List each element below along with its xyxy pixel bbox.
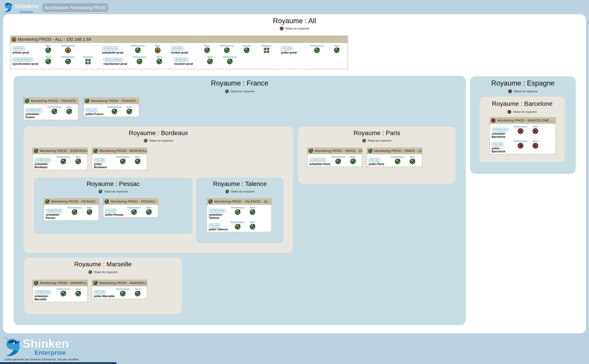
component-poller-Bordeaux: POLLERpoller-BordeauxPerformanceAlive [94, 156, 145, 169]
check-label: Database [83, 56, 93, 58]
check-label: Performance [68, 206, 81, 209]
host-card-talence[interactable]: Monitoring PROD - TALENCE - 10...SCHEDUL… [207, 198, 272, 232]
host-title: Monitoring PROD - PESSAC - 10.0... [51, 199, 99, 203]
check-database: Database [78, 56, 98, 64]
status-ok-icon [25, 99, 29, 103]
status-ok-quad-icon [85, 58, 91, 64]
host-title: Monitoring PROD - MARSEILLE - ... [40, 281, 88, 285]
check-database: Database [256, 44, 276, 53]
host-card-marseille-1[interactable]: Monitoring PROD - MARSEILLE - ...SCHEDUL… [32, 280, 88, 302]
host-card-paris-2[interactable]: Monitoring PROD - PARIS - 10.0.2.2POLLER… [366, 147, 422, 167]
component-type-badge: POLLER [94, 290, 105, 294]
check-alive: Alive [130, 156, 145, 164]
check-label: Performance [116, 156, 130, 158]
host-card-pessac-2[interactable]: Monitoring PROD - PESSAC - 10.0...POLLER… [103, 198, 158, 218]
check-label: Performance [57, 288, 70, 290]
check-performance: Performance [56, 288, 71, 296]
host-title: Monitoring PROD - PARIS - 10.0.2.1 [315, 149, 362, 153]
component-name: reactionner-prod [104, 62, 127, 65]
host-card-monitoring-prod-all[interactable]: Monitoring PROD - ALL - 192.168.1.59ARBI… [10, 36, 348, 69]
check-alive: Alive [197, 44, 217, 53]
host-card-paris-1[interactable]: Monitoring PROD - PARIS - 10.0.2.1SCHEDU… [307, 147, 362, 167]
status-ok-icon [156, 58, 162, 64]
component-scheduler-Pessac: SCHEDULERscheduler-PessacPerformanceAliv… [46, 206, 97, 220]
check-alive: Alive [122, 106, 137, 114]
check-label: Alive [135, 156, 140, 158]
realm-panel-espagne: Royaume : Espagne Statut du royaume Roya… [470, 76, 576, 174]
host-card-header: Monitoring PROD - FRANCE - 10.... [23, 98, 79, 104]
status-ok-icon [45, 58, 51, 64]
component-type-badge: POLLER [94, 158, 105, 162]
realm-status-pessac: Statut du royaume [34, 189, 193, 193]
component-name: scheduler-Marseille [34, 295, 56, 301]
component-type-badge: SCHEDULER [309, 158, 326, 162]
check-alive: Alive [141, 206, 156, 215]
component-name: scheduler-France [26, 113, 47, 119]
status-ok-icon [362, 139, 366, 143]
component-scheduler-Talence: SCHEDULERscheduler-TalencePerformanceAli… [209, 206, 260, 220]
host-card-bordeaux-1[interactable]: Monitoring PROD - BORDEAUX - ...SCHEDULE… [32, 147, 88, 170]
check-performance: Performance [58, 56, 78, 64]
check-label: Performance [220, 44, 234, 47]
component-type-badge: POLLER [492, 143, 503, 146]
status-critical-icon [507, 110, 511, 114]
check-performance: Performance [130, 56, 149, 64]
realm-status-france: Statut du royaume [13, 89, 466, 93]
check-performance: Performance [107, 106, 122, 114]
check-performance: Performance [220, 56, 240, 64]
status-ok-icon [105, 199, 109, 204]
host-card-france-2[interactable]: Monitoring PROD - FRANCE - 10....POLLERp… [83, 98, 139, 117]
component-type-badge: RECEIVER [174, 58, 188, 62]
host-card-marseille-2[interactable]: Monitoring PROD - MARSEILLE - ...POLLERp… [92, 280, 147, 299]
realm-panel-talence: Royaume : Talence Statut du royaume Moni… [196, 178, 284, 243]
host-card-body: ARBITERarbiter-prodAlivePerformanceSCHED… [10, 43, 348, 69]
component-name: poller-Marseille [94, 295, 115, 298]
check-label: Alive [46, 44, 51, 47]
component-type-badge: SCHEDULER [34, 158, 51, 162]
host-card-header: Monitoring PROD - PARIS - 10.0.2.1 [307, 147, 362, 154]
host-card-body: SCHEDULERscheduler-TalencePerformanceAli… [207, 205, 272, 232]
check-label: Alive [533, 125, 538, 128]
status-ok-icon [208, 199, 213, 204]
status-ok-icon [126, 109, 132, 114]
check-label: Performance [514, 140, 527, 143]
host-title: Monitoring PROD - TALENCE - 10... [214, 199, 270, 203]
check-label: Performance [231, 221, 244, 224]
check-performance: Performance [513, 140, 528, 149]
realm-title-pessac: Royaume : Pessac [34, 180, 193, 188]
component-poller-Talence: POLLERpoller-TalencePerformanceAlive [209, 221, 260, 231]
app-logo[interactable]: Shinken™ Enterprise [3, 1, 44, 14]
check-alive: Alive [245, 221, 260, 230]
component-name: synchronizer-prod [12, 62, 38, 65]
realm-status-bordeaux: Statut du royaume [24, 139, 293, 143]
check-alive: Alive [71, 156, 85, 164]
status-ok-icon [146, 209, 152, 215]
status-ok-icon [88, 270, 92, 274]
host-card-header: Monitoring PROD - FRANCE - 10.... [83, 98, 139, 104]
status-ok-icon [93, 149, 98, 153]
check-alive: Alive [245, 206, 260, 215]
footer-caption: Carte générée par Shinken Entreprise. Ne… [5, 358, 79, 361]
status-ok-icon [135, 47, 141, 53]
realm-status-barcelone: Statut du royaume [480, 110, 565, 114]
status-ok-icon [75, 158, 81, 164]
host-card-barcelone[interactable]: Monitoring PROD - BARCELONE -...SCHEDULE… [490, 117, 556, 154]
status-ok-icon [45, 199, 50, 204]
host-card-pessac-1[interactable]: Monitoring PROD - PESSAC - 10.0...SCHEDU… [44, 198, 99, 221]
status-ok-icon [65, 58, 71, 64]
status-critical-icon [280, 26, 284, 30]
host-card-header: Monitoring PROD - BARCELONE -... [490, 117, 556, 124]
footer-accent-bar [0, 362, 117, 364]
host-card-france-1[interactable]: Monitoring PROD - FRANCE - 10....SCHEDUL… [23, 98, 79, 120]
component-name: poller-Talence [209, 228, 228, 231]
host-card-bordeaux-2[interactable]: Monitoring PROD - BORDEAUX - ...POLLERpo… [92, 147, 147, 170]
status-ok-icon [75, 291, 81, 296]
component-name: scheduler-Talence [209, 213, 230, 220]
status-ok-icon [350, 158, 356, 164]
component-scheduler-Bordeaux: SCHEDULERscheduler-BordeauxPerformanceAl… [34, 156, 85, 169]
host-title: Monitoring PROD - FRANCE - 10.... [91, 99, 139, 103]
realm-title-all: Royaume : All [3, 17, 586, 25]
status-ok-icon [249, 224, 255, 230]
status-ok-icon [235, 209, 241, 215]
host-title: Monitoring PROD - ALL - 192.168.1.59 [18, 37, 91, 42]
